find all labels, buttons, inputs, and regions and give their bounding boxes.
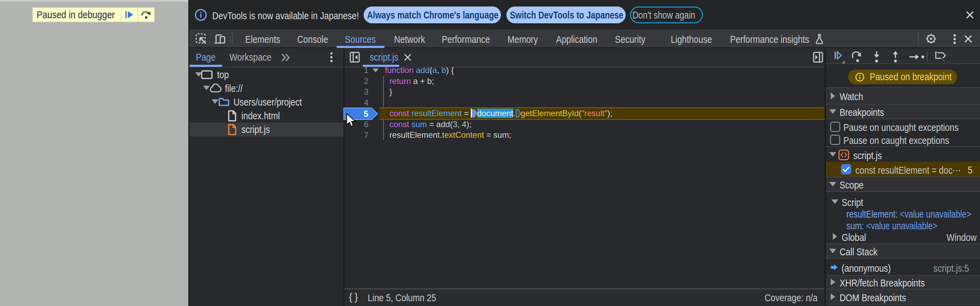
- svg-text:5: 5: [364, 109, 368, 119]
